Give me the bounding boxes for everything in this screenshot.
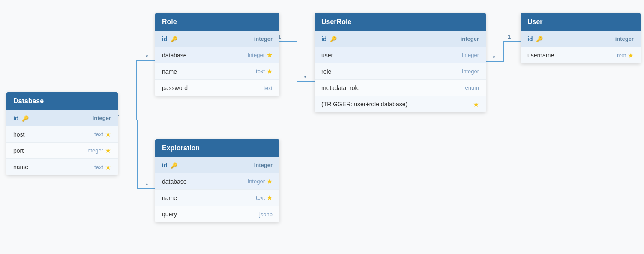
database-row-name: name text ★	[6, 159, 118, 175]
database-field-name-name: name	[13, 164, 28, 170]
role-title: Role	[162, 18, 177, 25]
exploration-field-name-name: name	[162, 194, 177, 201]
exploration-field-id-type: integer	[254, 162, 273, 168]
star-icon-port: ★	[105, 146, 111, 155]
database-field-name-type: text ★	[94, 163, 111, 171]
database-field-id-type: integer	[93, 115, 111, 121]
database-row-host: host text ★	[6, 126, 118, 143]
svg-text:1: 1	[508, 33, 511, 40]
userrole-body: id 🔑 integer user integer role integer m…	[315, 31, 486, 112]
userrole-field-metadata-type: enum	[465, 84, 479, 91]
userrole-field-trigger-type: ★	[473, 100, 479, 108]
user-field-id-name: id 🔑	[527, 36, 543, 42]
user-body: id 🔑 integer username text ★	[521, 31, 641, 63]
userrole-title: UserRole	[321, 18, 351, 25]
exploration-header: Exploration	[155, 139, 279, 157]
role-field-id-name: id 🔑	[162, 36, 177, 42]
userrole-field-id-type: integer	[461, 36, 479, 42]
key-icon-userrole-id: 🔑	[330, 36, 337, 42]
userrole-field-trigger-name: (TRIGGER: user+role.database)	[321, 101, 407, 108]
role-header: Role	[155, 13, 279, 31]
userrole-field-role-name: role	[321, 68, 331, 75]
role-row-password: password text	[155, 80, 279, 96]
role-row-id: id 🔑 integer	[155, 31, 279, 47]
key-icon-user-id: 🔑	[536, 36, 543, 42]
database-field-port-type: integer ★	[86, 146, 111, 155]
database-row-port: port integer ★	[6, 143, 118, 159]
database-field-host-type: text ★	[94, 130, 111, 138]
role-field-password-name: password	[162, 84, 188, 91]
star-icon-role-db: ★	[267, 51, 273, 59]
role-body: id 🔑 integer database integer ★ name tex…	[155, 31, 279, 96]
entity-user: User id 🔑 integer username text ★	[521, 13, 641, 63]
user-row-id: id 🔑 integer	[521, 31, 641, 47]
svg-text:*: *	[304, 75, 307, 81]
exploration-field-id-name: id 🔑	[162, 162, 177, 169]
userrole-field-metadata-name: metadata_role	[321, 84, 360, 91]
user-field-id-type: integer	[615, 36, 634, 42]
userrole-field-user-type: integer	[462, 52, 479, 58]
key-icon-exploration-id: 🔑	[171, 162, 177, 169]
userrole-row-trigger: (TRIGGER: user+role.database) ★	[315, 96, 486, 112]
database-body: id 🔑 integer host text ★ port integer ★ …	[6, 110, 118, 175]
key-icon-db-id: 🔑	[22, 115, 29, 122]
user-title: User	[527, 18, 543, 25]
exploration-field-database-name: database	[162, 178, 187, 185]
exploration-row-database: database integer ★	[155, 173, 279, 190]
exploration-field-database-type: integer ★	[248, 177, 273, 185]
star-icon-dbname: ★	[105, 163, 111, 171]
key-icon-role-id: 🔑	[171, 36, 177, 42]
svg-text:*: *	[493, 54, 495, 61]
svg-text:*: *	[146, 182, 148, 188]
exploration-row-query: query jsonb	[155, 206, 279, 222]
userrole-field-role-type: integer	[462, 68, 479, 75]
entity-userrole: UserRole id 🔑 integer user integer role …	[315, 13, 486, 112]
star-icon-host: ★	[105, 130, 111, 138]
database-row-id: id 🔑 integer	[6, 110, 118, 126]
entity-exploration: Exploration id 🔑 integer database intege…	[155, 139, 279, 222]
userrole-row-user: user integer	[315, 47, 486, 63]
star-icon-trigger: ★	[473, 100, 479, 108]
database-header: Database	[6, 92, 118, 110]
user-field-username-type: text ★	[617, 51, 634, 60]
exploration-field-query-name: query	[162, 211, 177, 218]
entity-database: Database id 🔑 integer host text ★ port i…	[6, 92, 118, 175]
user-field-username-name: username	[527, 52, 554, 59]
entity-role: Role id 🔑 integer database integer ★ nam…	[155, 13, 279, 96]
user-header: User	[521, 13, 641, 31]
svg-text:*: *	[146, 54, 148, 60]
userrole-row-role: role integer	[315, 63, 486, 80]
database-field-port-name: port	[13, 147, 24, 154]
star-icon-username: ★	[628, 51, 634, 60]
role-field-password-type: text	[264, 85, 273, 91]
star-icon-role-name: ★	[267, 67, 273, 75]
role-field-database-type: integer ★	[248, 51, 273, 59]
userrole-field-user-name: user	[321, 52, 333, 59]
database-field-id-name: id 🔑	[13, 115, 29, 122]
role-field-database-name: database	[162, 52, 187, 59]
role-field-name-name: name	[162, 68, 177, 75]
exploration-body: id 🔑 integer database integer ★ name tex…	[155, 157, 279, 222]
star-icon-exploration-db: ★	[267, 177, 273, 185]
database-field-host-name: host	[13, 131, 24, 138]
database-title: Database	[13, 97, 44, 105]
role-row-name: name text ★	[155, 63, 279, 80]
userrole-row-metadata: metadata_role enum	[315, 80, 486, 96]
exploration-row-name: name text ★	[155, 190, 279, 206]
user-row-username: username text ★	[521, 47, 641, 63]
star-icon-exploration-name: ★	[267, 194, 273, 202]
exploration-title: Exploration	[162, 144, 200, 152]
userrole-row-id: id 🔑 integer	[315, 31, 486, 47]
exploration-row-id: id 🔑 integer	[155, 157, 279, 173]
role-field-name-type: text ★	[256, 67, 273, 75]
diagram-canvas: 1 * * 1 * 1 * Database id 🔑 integer host	[0, 0, 644, 254]
exploration-field-query-type: jsonb	[259, 211, 273, 218]
exploration-field-name-type: text ★	[256, 194, 273, 202]
role-row-database: database integer ★	[155, 47, 279, 63]
userrole-header: UserRole	[315, 13, 486, 31]
userrole-field-id-name: id 🔑	[321, 36, 337, 42]
role-field-id-type: integer	[254, 36, 273, 42]
